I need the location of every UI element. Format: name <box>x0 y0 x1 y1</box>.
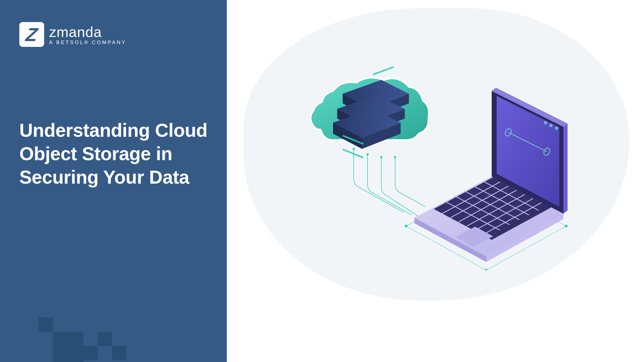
right-area <box>227 0 644 362</box>
logo-tagline: A BETSOL® COMPANY <box>49 40 126 45</box>
svg-point-0 <box>353 148 355 150</box>
svg-point-2 <box>380 156 382 158</box>
svg-point-7 <box>485 269 488 270</box>
deco-square <box>98 332 112 346</box>
svg-rect-9 <box>343 149 363 159</box>
svg-point-3 <box>394 156 396 158</box>
cloud-storage-icon <box>311 63 429 159</box>
svg-point-1 <box>366 153 369 155</box>
logo: Z zmanda A BETSOL® COMPANY <box>19 22 207 47</box>
cloud-laptop-illustration <box>288 63 591 270</box>
laptop-icon <box>414 88 568 262</box>
deco-square <box>83 346 98 360</box>
deco-square <box>39 317 53 332</box>
left-panel: Z zmanda A BETSOL® COMPANY Understanding… <box>0 0 227 362</box>
deco-square <box>112 346 126 360</box>
svg-point-4 <box>405 225 408 227</box>
logo-text: zmanda A BETSOL® COMPANY <box>49 24 126 45</box>
svg-point-6 <box>565 225 568 227</box>
svg-point-26 <box>544 121 547 124</box>
deco-square <box>53 332 83 362</box>
svg-point-27 <box>549 124 553 127</box>
svg-rect-12 <box>373 66 394 75</box>
logo-icon: Z <box>19 22 44 47</box>
svg-point-28 <box>555 127 558 130</box>
logo-z-glyph: Z <box>25 25 39 44</box>
headline: Understanding Cloud Object Storage in Se… <box>19 119 207 189</box>
connection-wires <box>353 148 425 216</box>
logo-name: zmanda <box>49 24 126 40</box>
